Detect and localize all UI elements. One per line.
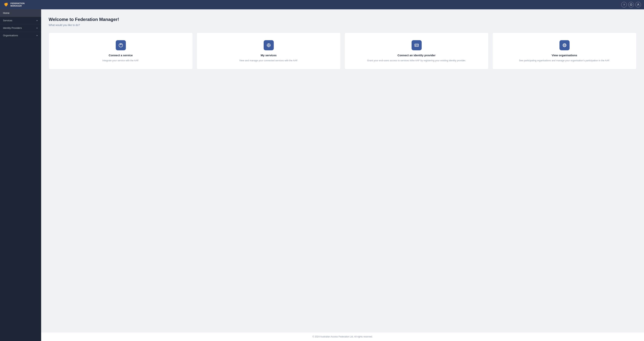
layout: Home Services ► Identity Providers ► Org… xyxy=(0,9,644,341)
view-orgs-desc: See participating organisations and mana… xyxy=(519,59,610,62)
card-connect-idp[interactable]: Connect an identity provider Grant your … xyxy=(344,32,488,69)
connect-service-icon xyxy=(116,40,126,50)
connect-idp-title: Connect an identity provider xyxy=(398,54,436,57)
logo-text: FEDERATION MANAGER xyxy=(10,2,25,7)
user-icon xyxy=(637,3,640,6)
card-my-services[interactable]: My services View and manage your connect… xyxy=(196,32,341,69)
connect-idp-icon xyxy=(412,40,422,50)
bell-icon xyxy=(630,3,632,6)
sidebar-item-identity-providers[interactable]: Identity Providers ► xyxy=(0,24,41,32)
cards-grid: Connect a service Integrate your service… xyxy=(48,32,636,69)
chevron-right-icon: ► xyxy=(36,20,38,22)
logo[interactable]: FEDERATION MANAGER xyxy=(3,2,25,8)
notifications-button[interactable] xyxy=(628,2,634,8)
content-area: Welcome to Federation Manager! What woul… xyxy=(41,9,644,332)
app-header: FEDERATION MANAGER ? xyxy=(0,0,644,9)
main-content: Welcome to Federation Manager! What woul… xyxy=(41,9,644,341)
view-orgs-icon xyxy=(560,40,570,50)
connect-service-desc: Integrate your service with the AAF. xyxy=(102,59,139,62)
svg-rect-11 xyxy=(415,44,418,46)
logo-icon xyxy=(3,2,9,8)
card-connect-service[interactable]: Connect a service Integrate your service… xyxy=(48,32,193,69)
sidebar-label-home: Home xyxy=(3,12,10,14)
view-orgs-title: View organisations xyxy=(552,54,577,57)
help-button[interactable]: ? xyxy=(621,2,627,8)
sidebar: Home Services ► Identity Providers ► Org… xyxy=(0,9,41,341)
card-view-orgs[interactable]: View organisations See participating org… xyxy=(492,32,636,69)
page-title: Welcome to Federation Manager! xyxy=(48,17,636,22)
footer-text: © 2024 Australian Access Federation Ltd.… xyxy=(312,336,373,338)
svg-point-0 xyxy=(4,4,5,4)
my-services-desc: View and manage your connected services … xyxy=(239,59,298,62)
sidebar-label-identity-providers: Identity Providers xyxy=(3,26,22,29)
svg-point-4 xyxy=(120,44,121,45)
sidebar-item-home[interactable]: Home xyxy=(0,9,41,17)
svg-rect-13 xyxy=(415,46,416,46)
svg-point-6 xyxy=(268,45,269,46)
user-button[interactable] xyxy=(636,2,641,8)
my-services-icon xyxy=(264,40,274,50)
page-subtitle: What would you like to do? xyxy=(48,24,636,26)
sidebar-item-services[interactable]: Services ► xyxy=(0,17,41,24)
chevron-right-icon-3: ► xyxy=(36,34,38,36)
connect-service-title: Connect a service xyxy=(109,54,132,57)
sidebar-label-services: Services xyxy=(3,19,12,22)
chevron-right-icon-2: ► xyxy=(36,27,38,29)
svg-point-1 xyxy=(638,4,639,4)
sidebar-item-organisations[interactable]: Organisations ► xyxy=(0,32,41,39)
footer: © 2024 Australian Access Federation Ltd.… xyxy=(41,332,644,341)
my-services-title: My services xyxy=(261,54,276,57)
header-actions: ? xyxy=(621,2,641,8)
connect-idp-desc: Grant your end-users access to services … xyxy=(367,59,466,62)
help-icon: ? xyxy=(623,3,624,6)
sidebar-label-organisations: Organisations xyxy=(3,34,18,37)
